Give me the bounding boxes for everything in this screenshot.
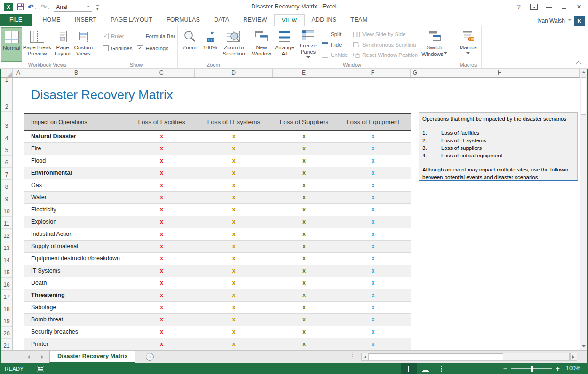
- normal-view-button[interactable]: Normal: [1, 27, 22, 62]
- scroll-down-button[interactable]: [580, 343, 587, 350]
- split-icon: [322, 32, 328, 37]
- status-normal-view-button[interactable]: [401, 363, 417, 374]
- new-window-button[interactable]: New Window: [250, 27, 273, 62]
- column-header-F[interactable]: F: [335, 69, 411, 77]
- vertical-scrollbar[interactable]: [580, 69, 587, 350]
- split-button[interactable]: Split: [322, 30, 350, 39]
- tab-splitter-handle[interactable]: ⋮: [350, 353, 355, 356]
- horizontal-scrollbar[interactable]: [361, 353, 578, 361]
- row-header-13[interactable]: 13: [1, 241, 12, 253]
- row-header-20[interactable]: 20: [1, 327, 12, 339]
- row-header-8[interactable]: 8: [1, 180, 12, 192]
- ribbon-tab-home[interactable]: HOME: [35, 14, 67, 26]
- horizontal-scroll-thumb[interactable]: [369, 353, 503, 360]
- formula-bar-checkbox[interactable]: Formula Bar: [137, 33, 175, 39]
- status-page-layout-button[interactable]: [417, 363, 433, 374]
- sheet-nav-right-icon[interactable]: [41, 355, 43, 359]
- synchronous-scrolling-button[interactable]: Synchronous Scrolling: [353, 40, 420, 49]
- new-sheet-button[interactable]: +: [146, 353, 154, 361]
- zoom-button[interactable]: Zoom: [179, 27, 200, 62]
- unhide-button[interactable]: Unhide: [322, 51, 350, 59]
- page-break-preview-button[interactable]: Page Break Preview: [22, 27, 52, 62]
- row-header-6[interactable]: 6: [1, 156, 12, 168]
- sheet-nav-left-icon[interactable]: [28, 355, 30, 359]
- column-header-E[interactable]: E: [273, 69, 335, 77]
- impact-mark: x: [195, 228, 273, 240]
- avatar[interactable]: K: [574, 16, 585, 26]
- column-header-B[interactable]: B: [24, 69, 128, 77]
- row-header-9[interactable]: 9: [1, 192, 12, 204]
- account-area[interactable]: Ivan Walsh K: [537, 16, 585, 26]
- macros-button[interactable]: Macros: [456, 27, 480, 62]
- freeze-panes-button[interactable]: Freeze Panes: [296, 27, 320, 62]
- row-header-5[interactable]: 5: [1, 143, 12, 156]
- row-header-11[interactable]: 11: [1, 217, 12, 229]
- zoom-100-button[interactable]: 100 100%: [200, 27, 220, 62]
- minimize-button[interactable]: —: [543, 1, 555, 12]
- ribbon-tab-team[interactable]: TEAM: [343, 14, 374, 26]
- zoom-in-button[interactable]: +: [556, 364, 560, 374]
- ribbon-tab-formulas[interactable]: FORMULAS: [159, 14, 207, 26]
- status-page-break-preview-button[interactable]: [433, 363, 449, 374]
- ribbon-tab-add-ins[interactable]: ADD-INS: [305, 14, 344, 26]
- page-layout-button[interactable]: Page Layout: [52, 27, 73, 62]
- close-button[interactable]: ✕: [573, 1, 585, 12]
- reset-window-position-button[interactable]: Reset Window Position: [353, 51, 420, 59]
- row-header-3[interactable]: 3: [1, 112, 12, 131]
- row-header-21[interactable]: 21: [1, 339, 12, 350]
- switch-windows-button[interactable]: Switch Windows: [420, 27, 449, 62]
- ribbon-tab-page-layout[interactable]: PAGE LAYOUT: [103, 14, 159, 26]
- zoom-out-button[interactable]: −: [503, 364, 507, 374]
- ribbon-tab-view[interactable]: VIEW: [274, 14, 305, 26]
- column-header-G[interactable]: G: [411, 69, 420, 77]
- gridlines-checkbox[interactable]: Gridlines: [103, 45, 132, 51]
- row-header-16[interactable]: 16: [1, 278, 12, 290]
- headings-checkbox[interactable]: ✓Headings: [137, 45, 175, 51]
- maximize-button[interactable]: [558, 1, 570, 12]
- row-header-18[interactable]: 18: [1, 302, 12, 314]
- row-header-12[interactable]: 12: [1, 229, 12, 241]
- row-header-17[interactable]: 17: [1, 290, 12, 302]
- help-button[interactable]: ?: [513, 1, 525, 12]
- sheet-area[interactable]: 123456789101112131415161718192021 Disast…: [1, 78, 580, 350]
- column-header-C[interactable]: C: [128, 69, 195, 77]
- custom-views-button[interactable]: Custom Views: [73, 27, 94, 62]
- arrange-all-button[interactable]: Arrange All: [273, 27, 296, 62]
- zoom-slider-thumb[interactable]: [531, 366, 533, 372]
- zoom-100-icon: 100: [205, 29, 216, 45]
- ribbon-display-options-button[interactable]: [528, 1, 540, 12]
- scroll-up-button[interactable]: [580, 69, 587, 76]
- row-label: Gas: [24, 179, 128, 191]
- row-header-4[interactable]: 4: [1, 131, 12, 143]
- column-header-A[interactable]: A: [13, 69, 24, 77]
- hide-button[interactable]: Hide: [322, 40, 350, 49]
- note-text-box[interactable]: Operations that might be impacted by the…: [419, 112, 578, 181]
- macro-record-icon[interactable]: [37, 366, 44, 372]
- ribbon-tab-review[interactable]: REVIEW: [236, 14, 274, 26]
- row-header-14[interactable]: 14: [1, 253, 12, 265]
- horizontal-scroll-track[interactable]: [368, 353, 570, 361]
- row-header-7[interactable]: 7: [1, 168, 12, 180]
- ribbon-tab-insert[interactable]: INSERT: [68, 14, 104, 26]
- row-header-15[interactable]: 15: [1, 265, 12, 278]
- ribbon-tab-file[interactable]: FILE: [0, 14, 32, 26]
- scroll-right-button[interactable]: [570, 353, 577, 361]
- zoom-percentage[interactable]: 100%: [566, 365, 580, 372]
- collapse-ribbon-button[interactable]: [576, 58, 581, 66]
- select-all-corner[interactable]: [1, 69, 13, 77]
- column-header-H[interactable]: H: [420, 69, 580, 77]
- row-header-10[interactable]: 10: [1, 204, 12, 217]
- row-header-1[interactable]: 1: [1, 78, 12, 85]
- zoom-to-selection-button[interactable]: Zoom to Selection: [220, 27, 248, 62]
- impact-mark: x: [128, 338, 195, 350]
- row-header-19[interactable]: 19: [1, 314, 12, 327]
- sheet-tab-active[interactable]: Disaster Recovery Matrix: [49, 351, 135, 363]
- zoom-slider-track[interactable]: [511, 368, 552, 369]
- scroll-left-button[interactable]: [361, 353, 368, 361]
- vertical-scroll-thumb[interactable]: [581, 77, 586, 115]
- ribbon-tab-data[interactable]: DATA: [207, 14, 236, 26]
- ruler-checkbox[interactable]: ✓Ruler: [103, 33, 132, 39]
- view-side-by-side-button[interactable]: View Side by Side: [353, 30, 420, 39]
- column-header-D[interactable]: D: [195, 69, 273, 77]
- row-header-2[interactable]: 2: [1, 85, 12, 112]
